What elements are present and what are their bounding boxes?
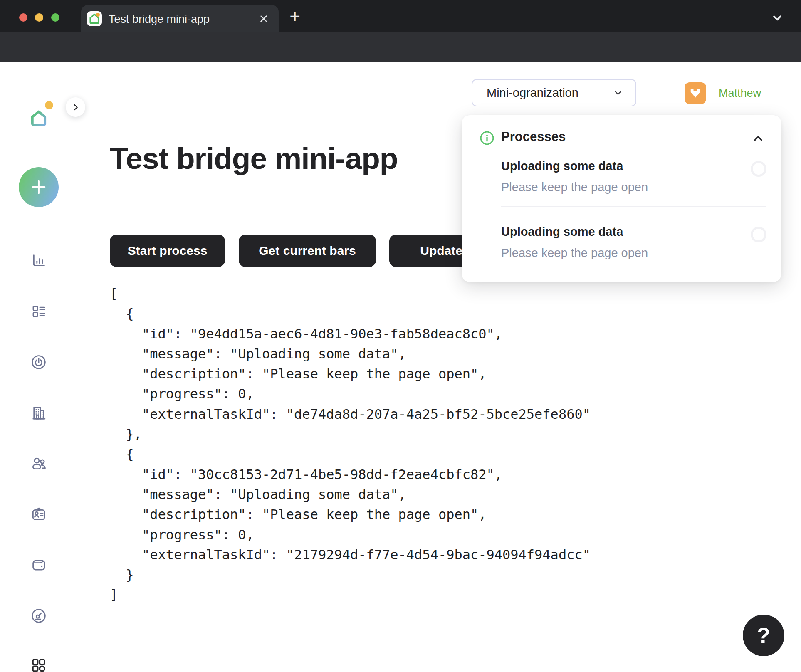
processes-popup: Processes Uploading some data Please kee… — [462, 115, 781, 282]
sidebar-item-users[interactable] — [30, 455, 47, 472]
process-spinner — [751, 227, 766, 242]
get-current-bars-button[interactable]: Get current bars — [239, 235, 376, 267]
process-spinner — [751, 161, 766, 177]
help-button[interactable]: ? — [743, 615, 784, 656]
sidebar-item-building[interactable] — [30, 405, 47, 421]
user-menu[interactable]: Matthew — [685, 82, 761, 104]
user-name: Matthew — [719, 87, 761, 100]
browser-window: Test bridge mini-app + condo.d.doma.a — [0, 0, 801, 672]
json-output: [ { "id": "9e4dd15a-aec6-4d81-90e3-fab58… — [110, 284, 591, 605]
new-tab-button[interactable]: + — [288, 10, 302, 24]
browser-tab-strip: Test bridge mini-app + — [0, 0, 801, 32]
popup-title: Processes — [501, 129, 566, 144]
sidebar-item-power[interactable] — [30, 354, 47, 371]
chevron-down-icon — [612, 87, 624, 99]
close-window-button[interactable] — [19, 13, 27, 22]
chevron-right-icon — [71, 103, 80, 112]
sidebar-item-tasks[interactable] — [30, 303, 47, 320]
process-item-title: Uploading some data — [501, 159, 623, 173]
sidebar-item-wallet[interactable] — [30, 557, 47, 573]
start-process-button[interactable]: Start process — [110, 235, 225, 267]
user-avatar — [685, 82, 706, 104]
page-title: Test bridge mini-app — [110, 141, 398, 176]
minimize-window-button[interactable] — [35, 13, 43, 22]
tab-title: Test bridge mini-app — [109, 13, 210, 26]
browser-toolbar: condo.d.doma.ai/miniapps/a6314800-2fff-4… — [0, 32, 801, 62]
sidebar-item-id-badge[interactable] — [30, 506, 47, 523]
maximize-window-button[interactable] — [51, 13, 59, 22]
chevron-up-icon[interactable] — [752, 132, 765, 145]
process-item-description: Please keep the page open — [501, 246, 648, 260]
process-item-title: Uploading some data — [501, 225, 623, 239]
tab-search-chevron-icon[interactable] — [770, 11, 784, 25]
organization-select[interactable]: Mini-ogranization — [472, 79, 636, 106]
plus-icon — [29, 178, 48, 197]
organization-select-value: Mini-ogranization — [487, 86, 578, 100]
fox-avatar-icon — [688, 86, 703, 101]
browser-tab[interactable]: Test bridge mini-app — [81, 5, 279, 32]
sidebar-item-apps[interactable] — [30, 657, 47, 672]
sidebar-item-meter[interactable] — [30, 608, 47, 624]
sidebar-item-bar-chart[interactable] — [30, 252, 47, 269]
info-icon — [479, 130, 495, 146]
sidebar-expand-button[interactable] — [66, 97, 85, 117]
home-logo-icon[interactable] — [28, 108, 49, 129]
logo-notification-dot — [45, 101, 53, 109]
tab-close-icon[interactable] — [258, 13, 269, 25]
favicon-notification-dot — [96, 13, 100, 17]
sidebar-add-button[interactable] — [19, 167, 59, 207]
process-item-description: Please keep the page open — [501, 180, 648, 194]
house-favicon-icon — [87, 11, 102, 26]
tab-favicon — [87, 11, 102, 26]
popup-divider — [501, 206, 766, 207]
